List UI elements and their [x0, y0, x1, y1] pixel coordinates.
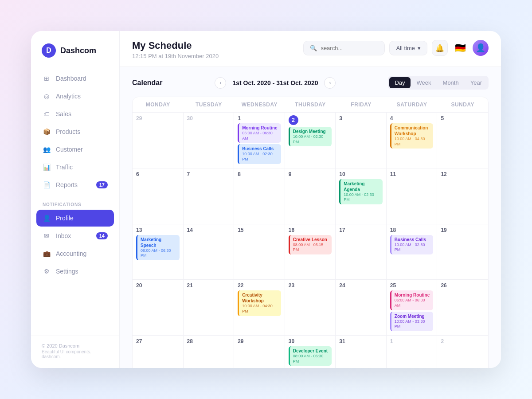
- calendar-event[interactable]: Marketing Speech08:00 AM - 06:30 PM: [136, 235, 180, 260]
- time-filter-dropdown[interactable]: All time ▾: [389, 41, 427, 55]
- calendar-cell[interactable]: 24: [336, 280, 387, 335]
- calendar-cell[interactable]: 2Design Meeting10:00 AM - 02:30 PM: [285, 113, 336, 168]
- sidebar-item-accounting[interactable]: 💼 Accounting: [36, 245, 114, 262]
- calendar-cell[interactable]: 19: [437, 224, 488, 280]
- sidebar-item-label: Profile: [56, 215, 74, 222]
- calendar-cell[interactable]: 31: [336, 336, 387, 368]
- sidebar-item-profile[interactable]: 👤 Profile: [36, 210, 114, 227]
- calendar-cell[interactable]: 10Marketing Agenda10:00 AM - 02:30 PM: [336, 168, 387, 224]
- calendar-cell[interactable]: 20: [133, 280, 184, 335]
- calendar-prev-button[interactable]: ‹: [215, 77, 226, 89]
- calendar-event[interactable]: Business Calls10:00 AM - 02:30 PM: [238, 144, 281, 164]
- calendar-event[interactable]: Design Meeting10:00 AM - 02:30 PM: [289, 127, 332, 146]
- cell-date: 1: [390, 338, 434, 344]
- calendar-event[interactable]: Creative Lesson08:00 AM - 03:15 PM: [289, 235, 332, 254]
- sidebar-item-traffic[interactable]: 📊 Traffic: [36, 159, 114, 176]
- calendar-event[interactable]: Morning Routine06:00 AM - 06:30 AM: [390, 290, 434, 310]
- calendar-cell[interactable]: 6: [133, 168, 184, 224]
- gear-icon: ⚙: [43, 267, 51, 275]
- calendar-week-3: 202122Creativity Workshop10:00 AM - 04:3…: [133, 280, 488, 336]
- calendar-cell[interactable]: 15: [234, 224, 285, 280]
- sidebar-item-sales[interactable]: 🏷 Sales: [36, 106, 114, 122]
- calendar-cell[interactable]: 29: [234, 336, 285, 368]
- calendar-navigation: ‹ 1st Oct. 2020 - 31st Oct. 2020 ›: [215, 77, 336, 89]
- calendar-body: 29301Morning Routine06:00 AM - 06:30 AMB…: [133, 113, 488, 368]
- calendar-cell[interactable]: 30Developer Event08:00 AM - 06:30 PM: [285, 336, 336, 368]
- calendar-cell[interactable]: 29: [133, 113, 184, 168]
- calendar-event[interactable]: Morning Routine06:00 AM - 06:30 AM: [238, 123, 281, 143]
- sidebar-item-customer[interactable]: 👥 Customer: [36, 141, 114, 158]
- calendar-cell[interactable]: 16Creative Lesson08:00 AM - 03:15 PM: [285, 224, 336, 280]
- calendar-cell[interactable]: 1Morning Routine06:00 AM - 06:30 AMBusin…: [234, 113, 285, 168]
- calendar-cell[interactable]: 4Communication Workshop10:00 AM - 04:30 …: [387, 113, 438, 168]
- calendar-event[interactable]: Developer Event08:00 AM - 06:30 PM: [289, 346, 332, 366]
- mail-icon: ✉: [43, 232, 51, 240]
- search-input[interactable]: [321, 45, 378, 51]
- sidebar-item-label: Customer: [56, 146, 83, 153]
- cell-date: 29: [238, 338, 281, 344]
- calendar-cell[interactable]: 22Creativity Workshop10:00 AM - 04:30 PM: [234, 280, 285, 335]
- calendar-cell[interactable]: 3: [336, 113, 387, 168]
- calendar-next-button[interactable]: ›: [324, 77, 336, 89]
- calendar-cell[interactable]: 12: [437, 168, 488, 224]
- sidebar-item-reports[interactable]: 📄 Reports 17: [36, 176, 114, 193]
- calendar-cell[interactable]: 28: [184, 336, 235, 368]
- sidebar-item-label: Settings: [56, 268, 78, 275]
- calendar-cell[interactable]: 8: [234, 168, 285, 224]
- calendar-cell[interactable]: 30: [184, 113, 235, 168]
- calendar-cell[interactable]: 14: [184, 224, 235, 280]
- calendar-section: Calendar ‹ 1st Oct. 2020 - 31st Oct. 202…: [120, 67, 501, 368]
- calendar-cell[interactable]: 26: [437, 280, 488, 335]
- avatar-icon: 👤: [476, 43, 485, 53]
- sidebar-item-settings[interactable]: ⚙ Settings: [36, 263, 114, 280]
- sidebar-footer: © 2020 Dashcom Beautiful UI components. …: [31, 336, 119, 359]
- calendar-cell[interactable]: 7: [184, 168, 235, 224]
- calendar-cell[interactable]: 17: [336, 224, 387, 280]
- cell-date: 30: [187, 115, 231, 121]
- calendar-cell[interactable]: 5: [437, 113, 488, 168]
- sidebar-item-label: Reports: [56, 181, 78, 188]
- sidebar-item-label: Traffic: [56, 164, 73, 171]
- calendar-cell[interactable]: 1: [387, 336, 438, 368]
- cell-date: 20: [136, 282, 180, 289]
- day-header-friday: Friday: [336, 97, 387, 112]
- cell-date: 22: [238, 282, 281, 289]
- sidebar-item-label: Sales: [56, 110, 71, 117]
- calendar-cell[interactable]: 25Morning Routine06:00 AM - 06:30 AMZoom…: [387, 280, 438, 335]
- calendar-cell[interactable]: 21: [184, 280, 235, 335]
- chart-icon: ◎: [43, 92, 51, 100]
- calendar-week-2: 13Marketing Speech08:00 AM - 06:30 PM141…: [133, 224, 488, 280]
- calendar-cell[interactable]: 18Business Calls10:00 AM - 02:30 PM: [387, 224, 438, 280]
- calendar-cell[interactable]: 11: [387, 168, 438, 224]
- calendar-cell[interactable]: 27: [133, 336, 184, 368]
- calendar-event[interactable]: Communication Workshop10:00 AM - 04:30 P…: [390, 123, 434, 149]
- notification-bell-button[interactable]: 🔔: [432, 40, 448, 56]
- calendar-cell[interactable]: 23: [285, 280, 336, 335]
- day-header-wednesday: Wednesday: [234, 97, 285, 112]
- notification-items: 👤 Profile ✉ Inbox 14 💼 Accounting ⚙ Sett…: [31, 210, 119, 336]
- view-tab-month[interactable]: Month: [438, 77, 464, 88]
- calendar-event[interactable]: Marketing Agenda10:00 AM - 02:30 PM: [339, 179, 383, 204]
- sidebar-item-products[interactable]: 📦 Products: [36, 123, 114, 140]
- view-tab-day[interactable]: Day: [389, 77, 410, 88]
- cell-date: 25: [390, 282, 434, 289]
- day-header-thursday: Thursday: [285, 97, 336, 112]
- cell-date: 30: [289, 338, 332, 344]
- calendar-cell[interactable]: 13Marketing Speech08:00 AM - 06:30 PM: [133, 224, 184, 280]
- view-tab-year[interactable]: Year: [465, 77, 487, 88]
- language-flag-button[interactable]: 🇩🇪: [452, 40, 468, 56]
- user-avatar-button[interactable]: 👤: [473, 40, 489, 56]
- cell-date: 13: [136, 227, 180, 233]
- search-box[interactable]: 🔍: [303, 41, 385, 55]
- view-tab-week[interactable]: Week: [411, 77, 437, 88]
- calendar-event[interactable]: Zoom Meeting10:00 AM - 03:30 PM: [390, 312, 434, 331]
- day-header-monday: Monday: [133, 97, 184, 112]
- calendar-cell[interactable]: 9: [285, 168, 336, 224]
- cell-date: 15: [238, 227, 281, 233]
- sidebar-item-dashboard[interactable]: ⊞ Dashboard: [36, 70, 114, 87]
- calendar-cell[interactable]: 2: [437, 336, 488, 368]
- calendar-event[interactable]: Creativity Workshop10:00 AM - 04:30 PM: [238, 290, 281, 316]
- sidebar-item-inbox[interactable]: ✉ Inbox 14: [36, 227, 114, 244]
- sidebar-item-analytics[interactable]: ◎ Analytics: [36, 88, 114, 105]
- calendar-event[interactable]: Business Calls10:00 AM - 02:30 PM: [390, 235, 434, 254]
